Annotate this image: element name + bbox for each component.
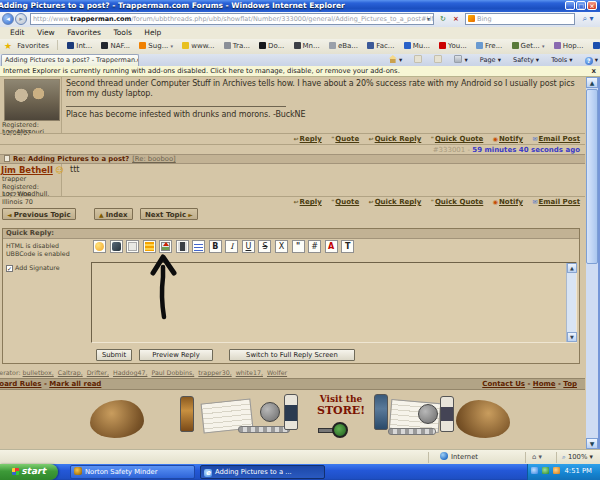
quick-reply-link[interactable]: ↩Quick Reply: [369, 135, 422, 143]
page-menu[interactable]: Page ▾: [475, 56, 501, 64]
quote-button[interactable]: ": [292, 240, 305, 253]
contact-us-link[interactable]: Contact Us: [482, 380, 525, 388]
favorite-item[interactable]: Mu...: [404, 39, 430, 54]
url-button[interactable]: [143, 240, 156, 253]
switch-full-reply-button[interactable]: Switch to Full Reply Screen: [229, 349, 355, 361]
address-dropdown-icon[interactable]: ▾: [424, 14, 433, 24]
favorite-item[interactable]: Tra...: [224, 39, 250, 54]
quick-reply-link[interactable]: ↩Quick Reply: [369, 198, 422, 206]
protected-mode-button[interactable]: ⌂ ▾: [532, 450, 542, 464]
email-button[interactable]: [126, 240, 139, 253]
task-button-norton[interactable]: Norton Safety Minder: [70, 465, 195, 479]
feeds-button[interactable]: [409, 56, 422, 64]
favorite-item[interactable]: Fac...: [367, 39, 394, 54]
print-button[interactable]: ▾: [449, 56, 467, 64]
favorites-button[interactable]: Favorites: [17, 42, 49, 50]
safety-menu[interactable]: Safety ▾: [508, 56, 539, 64]
favorite-item[interactable]: Get... ▾: [512, 39, 545, 54]
scroll-up-icon[interactable]: ▲: [567, 263, 577, 273]
email-post-link[interactable]: ✉Email Post: [532, 198, 580, 206]
reply-link[interactable]: ↩Reply: [294, 198, 322, 206]
start-button[interactable]: start: [0, 464, 58, 480]
favorite-item[interactable]: Tra...: [593, 39, 600, 54]
bold-button[interactable]: B: [209, 240, 222, 253]
close-button[interactable]: ×: [587, 1, 597, 10]
menu-edit[interactable]: Edit: [10, 28, 25, 37]
favorite-item[interactable]: eBa...: [329, 39, 358, 54]
tray-alert-icon[interactable]: [553, 467, 560, 474]
link-button[interactable]: [110, 240, 123, 253]
mark-all-read-link[interactable]: Mark all read: [49, 380, 101, 388]
notify-link[interactable]: ◉Notify: [493, 135, 523, 143]
task-button-ie[interactable]: eAdding Pictures to a ...: [200, 465, 325, 479]
menu-help[interactable]: Help: [144, 28, 161, 37]
addon-info-bar[interactable]: Internet Explorer is currently running w…: [0, 66, 600, 77]
minimize-button[interactable]: _: [565, 1, 575, 10]
moderator-link[interactable]: Caltrap,: [58, 369, 83, 376]
scroll-up-icon[interactable]: ▲: [586, 77, 598, 88]
quote-link[interactable]: "Quote: [331, 198, 359, 206]
quick-quote-link[interactable]: "Quick Quote: [431, 198, 484, 206]
favorite-item[interactable]: Hop...: [554, 39, 584, 54]
scroll-down-icon[interactable]: ▼: [586, 438, 598, 449]
favorite-item[interactable]: www...: [182, 39, 214, 54]
tools-menu[interactable]: Tools ▾: [546, 56, 572, 64]
strikethrough-button[interactable]: S: [258, 240, 271, 253]
search-input[interactable]: Bing: [465, 13, 575, 25]
email-post-link[interactable]: ✉Email Post: [532, 135, 580, 143]
moderator-link[interactable]: Drifter,: [87, 369, 109, 376]
quote-link[interactable]: "Quote: [331, 135, 359, 143]
moderator-link[interactable]: Wolfer: [267, 369, 287, 376]
tray-shield-icon[interactable]: [542, 467, 549, 474]
stop-button[interactable]: ×: [450, 13, 462, 25]
read-mail-button[interactable]: [429, 56, 442, 64]
board-rules-link[interactable]: Board Rules: [0, 380, 41, 388]
home-button[interactable]: ▾: [384, 56, 402, 64]
moderator-link[interactable]: bulletbox,: [23, 369, 54, 376]
moderator-link[interactable]: white17,: [236, 369, 263, 376]
index-button[interactable]: ▲ Index: [94, 208, 133, 220]
maximize-button[interactable]: □: [576, 1, 586, 10]
font-size-button[interactable]: T: [341, 240, 354, 253]
next-topic-button[interactable]: Next Topic ►: [140, 208, 198, 220]
favorite-item[interactable]: NAF...: [101, 39, 130, 54]
code-button[interactable]: #: [308, 240, 321, 253]
spoiler-button[interactable]: X: [275, 240, 288, 253]
add-signature-checkbox[interactable]: ✓: [6, 265, 13, 272]
favorite-item[interactable]: Sug... ▾: [139, 39, 173, 54]
reply-textarea[interactable]: ▲ ▼: [91, 262, 577, 343]
store-banner[interactable]: Visit the STORE!: [88, 392, 512, 446]
notify-link[interactable]: ◉Notify: [493, 198, 523, 206]
volume-icon[interactable]: [531, 467, 538, 474]
font-color-button[interactable]: A: [325, 240, 338, 253]
refresh-button[interactable]: ↻: [437, 13, 449, 25]
scrollbar-thumb[interactable]: [586, 89, 598, 264]
favorite-item[interactable]: Int...: [67, 39, 92, 54]
favorite-item[interactable]: Mn...: [294, 39, 320, 54]
quick-quote-link[interactable]: "Quick Quote: [431, 135, 484, 143]
search-go-button[interactable]: ⌕ ▾: [578, 13, 598, 25]
moderator-link[interactable]: trapper30,: [198, 369, 231, 376]
menu-view[interactable]: View: [37, 28, 55, 37]
insert-image-button[interactable]: [159, 240, 172, 253]
favorite-item[interactable]: Do...: [259, 39, 284, 54]
post2-title-ref[interactable]: [Re: booboo]: [132, 155, 176, 163]
submit-button[interactable]: Submit: [96, 349, 132, 361]
home-link[interactable]: Home: [533, 380, 556, 388]
menu-tools[interactable]: Tools: [113, 28, 131, 37]
list-button[interactable]: [192, 240, 205, 253]
page-scrollbar[interactable]: ▲ ▼: [586, 77, 598, 449]
textarea-scrollbar[interactable]: ▲ ▼: [566, 263, 576, 342]
smiley-button[interactable]: [93, 240, 106, 253]
scroll-down-icon[interactable]: ▼: [567, 332, 577, 342]
forward-button[interactable]: ▸: [15, 13, 27, 25]
top-link[interactable]: Top: [563, 380, 577, 388]
insert-media-button[interactable]: [176, 240, 189, 253]
moderator-link[interactable]: Paul Dobbins,: [151, 369, 194, 376]
italic-button[interactable]: I: [225, 240, 238, 253]
preview-reply-button[interactable]: Preview Reply: [139, 349, 213, 361]
zoom-control[interactable]: ⌕ 100% ▾: [562, 450, 593, 464]
info-bar-close-icon[interactable]: x: [591, 66, 596, 77]
favorites-star-icon[interactable]: ★: [4, 42, 13, 51]
tab-active[interactable]: Adding Pictures to a post? - Trapperman.…: [1, 54, 139, 66]
